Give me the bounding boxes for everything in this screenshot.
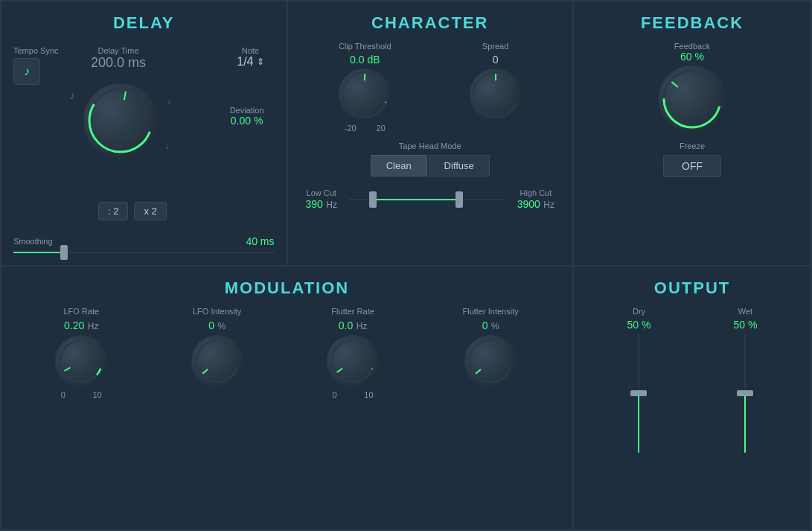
spread-container: Spread 0 [470, 42, 522, 121]
divide-half-button[interactable]: : 2 [98, 202, 128, 220]
svg-line-13 [65, 367, 71, 371]
tape-head-label: Tape Head Mode [300, 142, 561, 150]
multiply-two-button[interactable]: x 2 [134, 202, 166, 220]
divide-buttons: : 2 x 2 [98, 202, 167, 220]
freeze-label: Freeze [586, 142, 799, 150]
lfo-rate-label: LFO Rate [63, 307, 99, 316]
flutter-rate-container: Flutter Rate 0.0 Hz 0 10 [327, 307, 379, 399]
flutter-intensity-value: 0 [482, 319, 488, 331]
clip-min-label: -20 [345, 124, 357, 133]
feedback-title: FEEDBACK [586, 13, 799, 33]
svg-line-2 [124, 92, 126, 101]
cut-low-thumb[interactable] [369, 191, 377, 208]
flutter-rate-value-row: 0.0 Hz [339, 319, 368, 332]
note-deco-icon: ♪ [70, 89, 75, 101]
cut-high-thumb[interactable] [455, 191, 463, 208]
output-title: OUTPUT [586, 279, 799, 298]
low-cut-container: Low Cut 390 Hz [306, 188, 337, 211]
clip-threshold-range: -20 20 [345, 124, 386, 133]
clip-threshold-knob[interactable] [339, 69, 391, 121]
cut-range-track [349, 199, 505, 200]
delay-knob[interactable]: ♪ ♩ o [83, 83, 158, 158]
svg-line-18 [337, 368, 342, 372]
lfo-rate-max: 10 [92, 390, 101, 399]
note-selector[interactable]: 1/4 ⇕ [237, 55, 263, 69]
flutter-intensity-value-row: 0 % [482, 319, 499, 332]
modulation-panel: MODULATION LFO Rate 0.20 Hz 0 [1, 266, 573, 531]
clip-max-label: 20 [377, 124, 386, 133]
clip-threshold-value: 0.0 dB [350, 54, 380, 66]
deviation-label: Deviation [230, 106, 264, 115]
svg-point-14 [196, 340, 238, 382]
smoothing-slider-track [13, 252, 275, 253]
lfo-intensity-label: LFO Intensity [193, 307, 241, 316]
flutter-rate-unit: Hz [357, 321, 368, 331]
wet-slider-container: Wet 50 % [734, 307, 758, 453]
flutter-rate-range: 0 10 [333, 390, 374, 399]
lfo-rate-min: 0 [61, 390, 65, 399]
low-cut-label: Low Cut [306, 188, 337, 197]
tempo-sync-area: Tempo Sync ♪ [13, 46, 59, 85]
spread-label: Spread [482, 42, 508, 51]
lfo-rate-value-row: 0.20 Hz [64, 319, 98, 332]
high-cut-value-row: 3900 Hz [517, 197, 554, 211]
lfo-rate-container: LFO Rate 0.20 Hz 0 10 [55, 307, 107, 399]
spread-knob[interactable] [470, 69, 522, 121]
output-panel: OUTPUT Dry 50 % Wet 50 % [573, 266, 811, 531]
feedback-value: 60 % [680, 51, 704, 63]
smoothing-area: Smoothing 40 ms [13, 235, 275, 253]
lfo-intensity-container: LFO Intensity 0 % [191, 307, 243, 387]
smoothing-slider-thumb[interactable] [60, 245, 68, 260]
dry-slider-thumb[interactable] [630, 390, 647, 396]
lfo-intensity-value: 0 [208, 319, 214, 331]
mod-knobs-row: LFO Rate 0.20 Hz 0 10 [13, 307, 560, 399]
svg-point-11 [60, 340, 102, 382]
lfo-intensity-knob[interactable] [191, 335, 243, 387]
delay-title: DELAY [13, 13, 275, 33]
note-label: Note [237, 46, 263, 55]
mode-buttons: Clean Diffuse [300, 155, 561, 177]
tempo-sync-button[interactable]: ♪ [13, 58, 40, 85]
high-cut-container: High Cut 3900 Hz [517, 188, 554, 211]
freeze-button[interactable]: OFF [663, 155, 721, 177]
flutter-intensity-knob[interactable] [464, 335, 517, 387]
feedback-knob-area: Feedback 60 % [586, 42, 799, 133]
dry-slider-container: Dry 50 % [627, 307, 651, 453]
character-top: Clip Threshold 0.0 dB -20 20 Spread 0 [300, 42, 561, 133]
dry-label: Dry [633, 307, 645, 316]
flutter-rate-value: 0.0 [339, 319, 353, 331]
lfo-rate-value: 0.20 [64, 319, 84, 331]
smoothing-value: 40 ms [246, 235, 274, 247]
deviation-value: 0.00 % [230, 115, 264, 127]
feedback-knob[interactable] [659, 66, 726, 133]
mode-clean-button[interactable]: Clean [371, 155, 427, 177]
flutter-rate-knob[interactable] [327, 335, 379, 387]
note-deco3-icon: o [167, 98, 171, 106]
high-cut-value: 3900 [517, 198, 540, 210]
high-cut-label: High Cut [517, 188, 554, 197]
note-deco2-icon: ♩ [165, 142, 169, 150]
wet-slider-thumb[interactable] [737, 390, 753, 396]
low-cut-unit: Hz [326, 200, 337, 210]
svg-line-10 [671, 82, 677, 87]
svg-point-16 [332, 340, 374, 382]
cut-range-fill [372, 199, 458, 200]
smoothing-slider-fill [13, 252, 65, 253]
output-sliders: Dry 50 % Wet 50 % [586, 307, 799, 502]
flutter-intensity-container: Flutter Intensity 0 % [463, 307, 519, 387]
note-arrows-icon[interactable]: ⇕ [257, 57, 264, 67]
svg-line-15 [202, 369, 208, 373]
svg-line-20 [476, 369, 481, 373]
lfo-rate-knob[interactable] [55, 335, 107, 387]
lfo-intensity-value-row: 0 % [208, 319, 226, 332]
cut-range-slider [349, 192, 505, 207]
mode-diffuse-button[interactable]: Diffuse [429, 155, 490, 177]
freeze-area: Freeze OFF [586, 142, 799, 177]
flutter-rate-min: 0 [333, 390, 337, 399]
dry-slider-track [638, 334, 639, 453]
spread-value: 0 [493, 54, 499, 66]
tape-head-area: Tape Head Mode Clean Diffuse [300, 142, 561, 177]
delay-time-label: Delay Time [91, 46, 146, 55]
flutter-intensity-label: Flutter Intensity [463, 307, 519, 316]
high-cut-unit: Hz [543, 200, 554, 210]
